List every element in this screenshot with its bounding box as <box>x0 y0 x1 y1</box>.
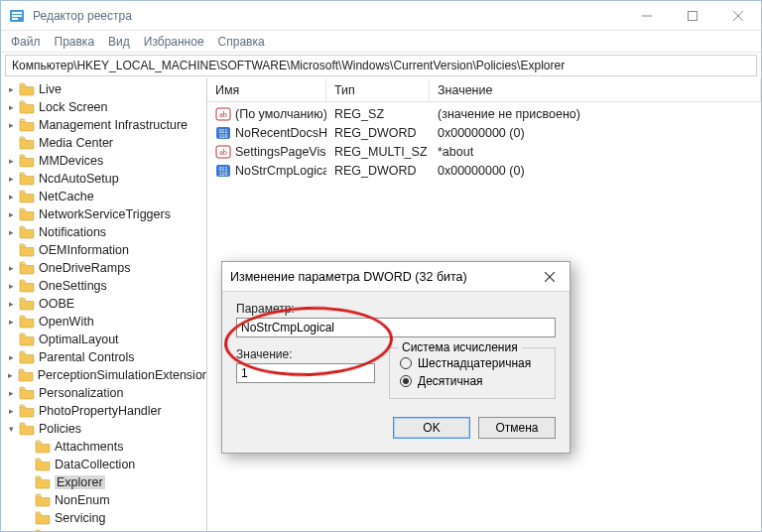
folder-icon <box>19 118 35 132</box>
tree-item[interactable]: ▸MMDevices <box>1 152 206 170</box>
tree-item[interactable]: ▸NetworkServiceTriggers <box>1 205 206 223</box>
svg-text:ab: ab <box>219 110 227 119</box>
tree-item[interactable]: ▸OpenWith <box>1 313 206 331</box>
tree-item[interactable]: ▸Attachments <box>1 438 206 456</box>
tree-item[interactable]: ▸OneDriveRamps <box>1 259 206 277</box>
list-row[interactable]: 011110NoRecentDocsH...REG_DWORD0x0000000… <box>207 123 761 142</box>
tree-item[interactable]: ▸OneSettings <box>1 277 206 295</box>
col-name[interactable]: Имя <box>207 78 326 101</box>
maximize-button[interactable] <box>670 1 715 31</box>
dialog-titlebar[interactable]: Изменение параметра DWORD (32 бита) <box>222 262 570 292</box>
dialog-title: Изменение параметра DWORD (32 бита) <box>230 270 467 284</box>
tree-item[interactable]: ▸NetCache <box>1 188 206 205</box>
chevron-right-icon[interactable]: ▸ <box>5 405 17 417</box>
minimize-button[interactable] <box>624 1 670 31</box>
chevron-right-icon[interactable]: ▸ <box>5 101 17 113</box>
tree-item[interactable]: ▸PerceptionSimulationExtensior <box>1 366 206 384</box>
chevron-right-icon[interactable]: ▸ <box>5 155 17 167</box>
tree-item[interactable]: ▸NcdAutoSetup <box>1 170 206 188</box>
tree-item-label: Policies <box>39 422 81 436</box>
radio-hex-row[interactable]: Шестнадцатеричная <box>400 354 545 372</box>
tree-pane[interactable]: ▸Live▸Lock Screen▸Management Infrastruct… <box>1 78 207 531</box>
folder-icon <box>35 440 51 454</box>
folder-icon <box>19 136 35 150</box>
tree-item[interactable]: ▸Media Center <box>1 134 206 152</box>
value-type: REG_DWORD <box>326 126 430 140</box>
ok-button[interactable]: OK <box>393 417 470 439</box>
chevron-right-icon[interactable]: ▸ <box>5 369 16 381</box>
address-text: Компьютер\HKEY_LOCAL_MACHINE\SOFTWARE\Mi… <box>12 59 565 72</box>
list-row[interactable]: abSettingsPageVisi...REG_MULTI_SZ*about <box>207 142 761 161</box>
folder-icon <box>19 261 35 275</box>
tree-item[interactable]: ▸Parental Controls <box>1 348 206 366</box>
svg-text:110: 110 <box>219 133 228 139</box>
menu-favorites[interactable]: Избранное <box>144 35 204 49</box>
dialog-close-button[interactable] <box>530 262 570 292</box>
chevron-right-icon[interactable]: ▸ <box>5 262 17 274</box>
value-data: 0x00000000 (0) <box>430 126 761 140</box>
cancel-button[interactable]: Отмена <box>478 417 556 439</box>
chevron-right-icon[interactable]: ▸ <box>5 351 17 363</box>
list-row[interactable]: 011110NoStrCmpLogicalREG_DWORD0x00000000… <box>207 161 761 180</box>
tree-item-label: Lock Screen <box>39 100 107 114</box>
chevron-right-icon[interactable]: ▸ <box>5 298 17 310</box>
tree-item[interactable]: ▸OEMInformation <box>1 241 206 259</box>
tree-item[interactable]: ▸Lock Screen <box>1 98 206 116</box>
value-input[interactable] <box>236 363 375 383</box>
menu-help[interactable]: Справка <box>218 35 265 49</box>
tree-item[interactable]: ▸Servicing <box>1 509 206 527</box>
col-type[interactable]: Тип <box>326 78 430 101</box>
col-value[interactable]: Значение <box>430 78 761 101</box>
tree-item[interactable]: ▸PhotoPropertyHandler <box>1 402 206 420</box>
value-data: *about <box>430 145 761 159</box>
string-value-icon: ab <box>215 144 231 160</box>
tree-item-label: Explorer <box>55 475 105 489</box>
param-label: Параметр: <box>236 302 556 316</box>
tree-item-label: OOBE <box>39 297 74 311</box>
svg-rect-3 <box>12 18 18 20</box>
tree-item-label: OEMInformation <box>39 243 129 257</box>
svg-rect-1 <box>12 12 22 14</box>
radio-hex[interactable] <box>400 357 412 369</box>
address-bar[interactable]: Компьютер\HKEY_LOCAL_MACHINE\SOFTWARE\Mi… <box>5 55 757 76</box>
chevron-right-icon[interactable]: ▸ <box>5 173 17 185</box>
tree-item[interactable]: ▸OOBE <box>1 295 206 313</box>
chevron-right-icon[interactable]: ▸ <box>5 387 17 399</box>
chevron-right-icon[interactable]: ▸ <box>5 191 17 202</box>
tree-item-label: Servicing <box>55 511 105 525</box>
chevron-down-icon[interactable]: ▾ <box>5 423 17 435</box>
tree-item[interactable]: ▸System <box>1 527 206 531</box>
tree-item[interactable]: ▸OptimalLayout <box>1 331 206 348</box>
tree-item[interactable]: ▸Management Infrastructure <box>1 116 206 134</box>
menu-file[interactable]: Файл <box>11 35 41 49</box>
folder-icon <box>19 207 35 221</box>
tree-item[interactable]: ▾Policies <box>1 420 206 438</box>
tree-item-label: Personalization <box>39 386 123 400</box>
tree-item[interactable]: ▸Notifications <box>1 223 206 241</box>
chevron-right-icon[interactable]: ▸ <box>5 83 17 95</box>
chevron-right-icon[interactable]: ▸ <box>5 226 17 238</box>
tree-item[interactable]: ▸DataCollection <box>1 456 206 473</box>
folder-icon <box>19 279 35 293</box>
menu-view[interactable]: Вид <box>108 35 130 49</box>
radio-dec[interactable] <box>400 375 412 387</box>
folder-icon <box>19 332 35 346</box>
folder-icon <box>19 422 35 436</box>
tree-item[interactable]: ▸Explorer <box>1 473 206 491</box>
list-header: Имя Тип Значение <box>207 78 761 102</box>
tree-item[interactable]: ▸NonEnum <box>1 491 206 509</box>
menu-edit[interactable]: Правка <box>55 35 95 49</box>
radio-dec-row[interactable]: Десятичная <box>400 372 545 390</box>
value-name: NoRecentDocsH... <box>235 126 326 140</box>
tree-item[interactable]: ▸Live <box>1 80 206 98</box>
tree-item[interactable]: ▸Personalization <box>1 384 206 402</box>
list-row[interactable]: ab(По умолчанию)REG_SZ(значение не присв… <box>207 104 761 123</box>
chevron-right-icon[interactable]: ▸ <box>5 316 17 328</box>
tree-item-label: OneSettings <box>39 279 107 293</box>
close-button[interactable] <box>715 1 761 31</box>
chevron-right-icon[interactable]: ▸ <box>5 119 17 131</box>
chevron-right-icon[interactable]: ▸ <box>5 208 17 220</box>
chevron-right-icon[interactable]: ▸ <box>5 280 17 292</box>
regedit-icon <box>9 8 25 24</box>
folder-icon <box>35 529 51 531</box>
